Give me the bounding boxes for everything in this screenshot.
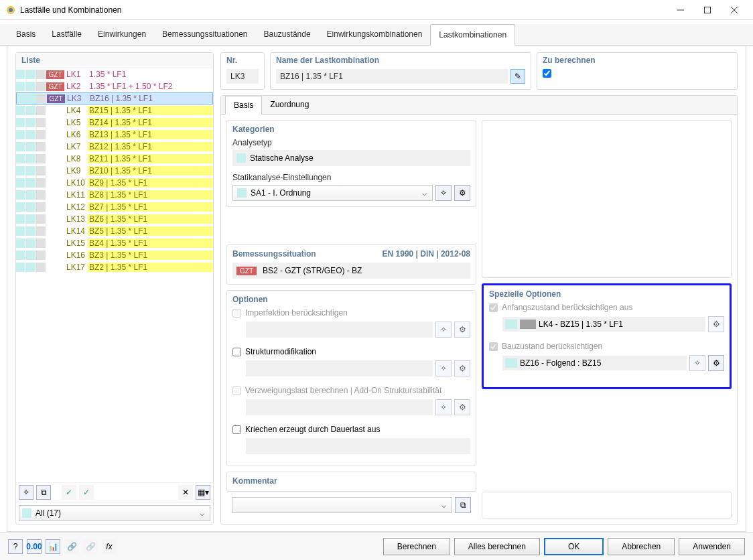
subtab-basis[interactable]: Basis <box>225 96 262 115</box>
opt-imperfektion-label: Imperfektion berücksichtigen <box>245 308 348 318</box>
chart-button[interactable]: 📊 <box>46 539 60 554</box>
list-item[interactable]: LK16BZ3 | 1.35 * LF1 <box>16 249 213 261</box>
tab-lastfälle[interactable]: Lastfälle <box>44 24 90 45</box>
tab-einwirkungskombinationen[interactable]: Einwirkungskombinationen <box>319 24 431 45</box>
list-item[interactable]: LK7BZ12 | 1.35 * LF1 <box>16 141 213 153</box>
abbrechen-button[interactable]: Abbrechen <box>608 538 675 555</box>
help-button[interactable]: ? <box>8 539 23 554</box>
opt2-edit-button: ⚙ <box>454 360 470 376</box>
list-item[interactable]: LK13BZ6 | 1.35 * LF1 <box>16 213 213 225</box>
spez-opt2-label: Bauzustand berücksichtigen <box>502 342 602 351</box>
list-item[interactable]: LK17BZ2 | 1.35 * LF1 <box>16 261 213 273</box>
spez-opt1-btn: ⚙ <box>708 316 724 332</box>
delete-button[interactable]: ✕ <box>178 485 193 500</box>
statik-combo[interactable]: SA1 - I. Ordnung <box>232 185 433 201</box>
sub-tabs: BasisZuordnung <box>221 96 737 115</box>
kommentar-btn[interactable]: ⧉ <box>455 497 471 513</box>
close-button[interactable] <box>721 1 748 19</box>
list-item[interactable]: LK15BZ4 | 1.35 * LF1 <box>16 237 213 249</box>
tab-basis[interactable]: Basis <box>8 24 44 45</box>
opt-strukturmod-label: Strukturmodifikation <box>245 347 316 356</box>
spez-opt1-check <box>489 303 498 312</box>
tab-bauzustände[interactable]: Bauzustände <box>256 24 319 45</box>
check-all-button[interactable]: ✓ <box>62 485 76 500</box>
subtab-zuordnung[interactable]: Zuordnung <box>262 96 317 114</box>
spez-opt1-value: LK4 - BZ15 | 1.35 * LF1 <box>502 317 705 332</box>
berechnen-button[interactable]: Berechnen <box>383 538 450 555</box>
list-item[interactable]: GZTLK21.35 * LF1 + 1.50 * LF2 <box>16 80 213 92</box>
edit-name-button[interactable]: ✎ <box>510 69 525 84</box>
spez-opt2-value: BZ16 - Folgend : BZ15 <box>502 356 687 370</box>
tab-lastkombinationen[interactable]: Lastkombinationen <box>430 24 515 46</box>
new-item-button[interactable]: ✧ <box>19 485 33 500</box>
maximize-button[interactable] <box>694 1 721 19</box>
list-title: Liste <box>16 53 213 68</box>
minimize-button[interactable] <box>667 1 694 19</box>
statik-edit-button[interactable]: ⚙ <box>454 185 470 201</box>
opt1-new-button: ✧ <box>435 322 452 338</box>
svg-point-1 <box>9 8 13 12</box>
titlebar: Lastfälle und Kombinationen <box>0 0 753 20</box>
spezielle-title: Spezielle Optionen <box>489 289 724 299</box>
spez-opt2-check <box>489 342 498 351</box>
list-item[interactable]: LK12BZ7 | 1.35 * LF1 <box>16 201 213 213</box>
spez-opt1-label: Anfangszustand berücksichtigen aus <box>502 303 632 312</box>
opt3-new-button: ✧ <box>435 399 452 415</box>
name-field[interactable] <box>276 69 508 84</box>
kommentar-combo[interactable] <box>232 497 452 513</box>
opt3-edit-button: ⚙ <box>454 399 470 415</box>
opt2-new-button: ✧ <box>435 360 452 376</box>
spez-opt2-new-btn: ✧ <box>689 355 705 371</box>
list-item[interactable]: LK9BZ10 | 1.35 * LF1 <box>16 165 213 177</box>
opt3-field <box>246 399 433 415</box>
window-title: Lastfälle und Kombinationen <box>20 5 667 15</box>
opt-imperfektion-check <box>232 309 241 318</box>
units-button[interactable]: 0.00 <box>27 539 42 554</box>
name-label: Name der Lastkombination <box>276 56 525 65</box>
statik-label: Statikanalyse-Einstellungen <box>232 173 470 182</box>
list-item[interactable]: LK8BZ11 | 1.35 * LF1 <box>16 153 213 165</box>
anwenden-button[interactable]: Anwenden <box>679 538 745 555</box>
statik-new-button[interactable]: ✧ <box>435 185 452 201</box>
ok-button[interactable]: OK <box>544 538 604 555</box>
filter-dropdown[interactable]: All (17) <box>19 505 210 521</box>
copy-item-button[interactable]: ⧉ <box>36 485 51 500</box>
list-item[interactable]: LK10BZ9 | 1.35 * LF1 <box>16 177 213 189</box>
fx-button[interactable]: fx <box>102 539 117 554</box>
tab-bemessungssituationen[interactable]: Bemessungssituationen <box>154 24 255 45</box>
link-button[interactable]: 🔗 <box>64 539 79 554</box>
list-item[interactable]: LK11BZ8 | 1.35 * LF1 <box>16 189 213 201</box>
list-item[interactable]: LK6BZ13 | 1.35 * LF1 <box>16 129 213 141</box>
bemess-norm[interactable]: EN 1990 | DIN | 2012-08 <box>383 249 470 263</box>
unlink-button[interactable]: 🔗 <box>83 539 98 554</box>
main-tabs: BasisLastfälleEinwirkungenBemessungssitu… <box>0 24 753 46</box>
empty-lower-section <box>482 492 732 518</box>
opt-verzweig-label: Verzweigungslast berechnen | Add-On Stru… <box>245 386 441 395</box>
opt2-field <box>246 360 433 376</box>
app-icon <box>5 5 16 15</box>
list-item[interactable]: GZTLK11.35 * LF1 <box>16 68 213 80</box>
bemess-value-row: GZT BS2 - GZT (STR/GEO) - BZ <box>232 263 470 279</box>
list-item[interactable]: LK5BZ14 | 1.35 * LF1 <box>16 117 213 129</box>
calc-checkbox[interactable] <box>543 69 551 78</box>
list-item[interactable]: LK4BZ15 | 1.35 * LF1 <box>16 104 213 117</box>
list-item[interactable]: LK14BZ5 | 1.35 * LF1 <box>16 225 213 237</box>
calc-label: Zu berechnen <box>543 56 732 65</box>
list-item[interactable]: GZTLK3BZ16 | 1.35 * LF1 <box>16 92 213 104</box>
opt4-field <box>246 438 470 454</box>
alles-berechnen-button[interactable]: Alles berechnen <box>454 538 540 555</box>
opt-strukturmod-check[interactable] <box>232 348 241 356</box>
analyse-label: Analysetyp <box>232 138 470 147</box>
empty-upper-section <box>482 120 732 278</box>
view-options-button[interactable]: ▦▾ <box>196 485 210 500</box>
opt-kriechen-check[interactable] <box>232 425 241 434</box>
kategorien-title: Kategorien <box>232 125 470 134</box>
uncheck-all-button[interactable]: ✓ <box>79 485 94 500</box>
svg-rect-3 <box>705 7 711 13</box>
load-combo-list[interactable]: GZTLK11.35 * LF1GZTLK21.35 * LF1 + 1.50 … <box>16 68 213 482</box>
opt-kriechen-label: Kriechen erzeugt durch Dauerlast aus <box>245 425 380 434</box>
tab-einwirkungen[interactable]: Einwirkungen <box>90 24 154 45</box>
optionen-title: Optionen <box>232 295 470 304</box>
spez-opt2-edit-btn[interactable]: ⚙ <box>708 355 724 371</box>
bemess-title: Bemessungssituation <box>232 249 316 259</box>
